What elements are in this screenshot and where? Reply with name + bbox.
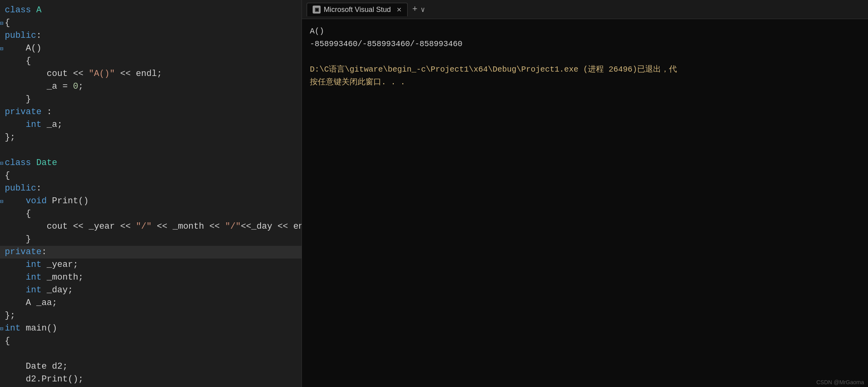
line-content: A _aa; xyxy=(3,297,302,309)
code-token: "/" xyxy=(136,222,152,231)
code-line: private: xyxy=(0,246,302,259)
line-content: _a = 0; xyxy=(3,81,302,93)
line-content: }; xyxy=(3,132,302,144)
code-token: } xyxy=(5,234,31,244)
terminal-panel: ▣ Microsoft Visual Stud ✕ + ∨ A()-858993… xyxy=(302,0,868,387)
code-line: { xyxy=(0,169,302,182)
code-line xyxy=(0,348,302,360)
code-token: Date d2; xyxy=(5,362,68,371)
code-token: cout << _year << xyxy=(5,222,136,231)
code-token: Date xyxy=(36,158,57,168)
code-token: d2.Print(); xyxy=(5,374,83,384)
code-token: _a; xyxy=(41,120,62,130)
line-content: A() xyxy=(3,43,302,54)
line-content xyxy=(3,144,302,156)
code-token: ; xyxy=(78,82,83,91)
terminal-body: A()-858993460/-858993460/-858993460 D:\C… xyxy=(302,19,868,387)
code-token: void xyxy=(26,196,47,206)
line-content: void Print() xyxy=(3,195,302,207)
line-content: public: xyxy=(3,183,302,194)
code-token xyxy=(5,120,26,130)
terminal-tab-icon: ▣ xyxy=(313,6,321,14)
code-token: class xyxy=(5,5,36,15)
line-gutter: ⊟ xyxy=(0,45,3,52)
code-token: : xyxy=(36,183,41,193)
code-token: "A()" xyxy=(89,69,115,79)
line-content: class A xyxy=(3,4,302,16)
line-content: cout << "A()" << endl; xyxy=(3,68,302,80)
code-line: } xyxy=(0,233,302,246)
terminal-tab-label: Microsoft Visual Stud xyxy=(324,6,391,14)
code-line: }; xyxy=(0,131,302,144)
code-token: _month; xyxy=(41,272,83,282)
line-gutter: ⊟ xyxy=(0,198,3,205)
code-line: { xyxy=(0,55,302,68)
code-line: ⊟class Date xyxy=(0,157,302,169)
line-content: } xyxy=(3,93,302,105)
line-content: }; xyxy=(3,310,302,322)
code-token: _a = xyxy=(5,82,73,91)
code-token xyxy=(5,272,26,282)
code-token: { xyxy=(5,336,10,346)
code-line: ⊟ void Print() xyxy=(0,195,302,208)
code-token: main() xyxy=(21,323,57,333)
line-content: } xyxy=(3,233,302,245)
terminal-tab-close-button[interactable]: ✕ xyxy=(396,6,402,14)
code-token: { xyxy=(5,209,31,219)
code-line: Date d2; xyxy=(0,360,302,373)
line-content: int _day; xyxy=(3,284,302,296)
code-token: { xyxy=(5,56,31,66)
code-token: } xyxy=(5,94,31,104)
code-token: << endl; xyxy=(115,69,162,79)
code-line: private : xyxy=(0,106,302,119)
code-line: cout << _year << "/" << _month << "/"<<_… xyxy=(0,220,302,233)
code-line: cout << "A()" << endl; xyxy=(0,68,302,80)
code-line xyxy=(0,144,302,157)
terminal-line: 按任意键关闭此窗口. . . xyxy=(310,76,860,88)
code-token: : xyxy=(36,31,41,41)
code-token: public xyxy=(5,31,36,41)
line-content: int main() xyxy=(3,323,302,334)
line-content: private: xyxy=(3,246,302,258)
code-token: { xyxy=(5,171,10,181)
terminal-line: A() xyxy=(310,25,860,37)
line-content: { xyxy=(3,335,302,347)
code-line: A _aa; xyxy=(0,297,302,309)
line-content xyxy=(3,348,302,360)
terminal-line: -858993460/-858993460/-858993460 xyxy=(310,38,860,50)
line-gutter: ⊟ xyxy=(0,325,3,332)
terminal-tab-add-button[interactable]: + xyxy=(412,4,418,14)
code-token xyxy=(5,196,26,206)
code-line: public: xyxy=(0,29,302,42)
line-content: { xyxy=(3,55,302,67)
code-token: public xyxy=(5,183,36,193)
line-content: d2.Print(); xyxy=(3,373,302,385)
code-line: _a = 0; xyxy=(0,80,302,93)
code-token: A xyxy=(36,5,41,15)
line-content: int _year; xyxy=(3,259,302,271)
code-line: public: xyxy=(0,182,302,195)
terminal-tab[interactable]: ▣ Microsoft Visual Stud ✕ xyxy=(307,3,408,16)
code-line: int _month; xyxy=(0,271,302,284)
line-gutter: ⊟ xyxy=(0,20,3,27)
code-token: }; xyxy=(5,132,15,142)
code-token: }; xyxy=(5,311,15,321)
code-token: private xyxy=(5,247,41,257)
code-line: } xyxy=(0,93,302,106)
line-content: public: xyxy=(3,30,302,42)
line-content: int _a; xyxy=(3,119,302,131)
code-line: { xyxy=(0,208,302,220)
code-line: ⊟ A() xyxy=(0,42,302,55)
code-line: class A xyxy=(0,4,302,17)
code-token: int xyxy=(26,272,42,282)
terminal-tab-chevron-icon[interactable]: ∨ xyxy=(421,5,425,14)
code-token: int xyxy=(5,323,21,333)
code-token xyxy=(5,285,26,295)
code-token: A() xyxy=(5,43,41,53)
code-token: int xyxy=(26,260,42,270)
watermark: CSDN @MrGaoma xyxy=(816,379,864,385)
line-content: cout << _year << "/" << _month << "/"<<_… xyxy=(3,221,302,233)
code-line: int _a; xyxy=(0,119,302,131)
code-token: <<_day << endl; xyxy=(241,222,302,231)
code-token: private xyxy=(5,107,41,117)
